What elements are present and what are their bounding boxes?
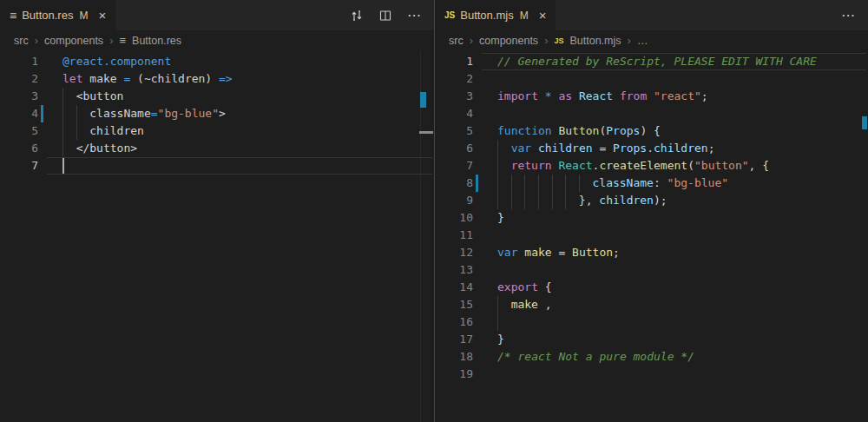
indent-guide [565,175,579,192]
close-icon[interactable]: × [98,9,106,22]
line-number[interactable]: 18 [435,348,473,366]
code-line[interactable]: 7return React.createElement("button", { [435,157,868,175]
file-list-icon: ≡ [119,34,126,47]
code-lines: 1@react.component2let make = (~children)… [0,53,434,175]
close-icon[interactable]: × [539,9,547,22]
code-lines: 1// Generated by ReScript, PLEASE EDIT W… [435,53,868,383]
code-line[interactable]: 2let make = (~children) => [0,70,434,88]
code-line[interactable]: 13 [435,261,868,279]
code-line[interactable]: 19 [435,366,868,383]
line-number[interactable]: 16 [435,313,473,331]
code-line[interactable]: 9}, children); [435,192,868,209]
indent-guide [497,175,511,192]
code-line[interactable]: 6</button> [0,140,434,157]
line-number[interactable]: 8 [435,175,473,192]
line-number[interactable]: 11 [435,227,473,244]
code-line[interactable]: 3import * as React from "react"; [435,88,868,105]
breadcrumb: src › components › JS Button.mjs › … [435,30,868,50]
indent-guide [511,175,525,192]
code-line[interactable]: 3<button [0,88,434,105]
line-number[interactable]: 3 [435,88,473,105]
more-actions-icon[interactable]: ⋯ [841,9,855,23]
line-number[interactable]: 1 [435,53,473,70]
code-line[interactable]: 12var make = Button; [435,244,868,261]
code-line[interactable]: 14export { [435,279,868,296]
editor-actions: ⋯ [828,0,868,30]
overview-cursor-marker [419,131,433,134]
more-actions-icon[interactable]: ⋯ [407,9,421,23]
code-editor-javascript[interactable]: 1// Generated by ReScript, PLEASE EDIT W… [435,50,868,422]
indent-guide [62,140,76,157]
code-line[interactable]: 2 [435,70,868,88]
line-number[interactable]: 5 [435,122,473,140]
file-list-icon: ≡ [10,10,16,22]
line-number[interactable]: 4 [0,105,38,122]
line-number[interactable]: 17 [435,331,473,348]
indent-guide [511,192,525,209]
tab-button-res[interactable]: ≡ Button.res M × [0,0,115,30]
code-line[interactable]: 11 [435,227,868,244]
line-number[interactable]: 10 [435,209,473,227]
code-line[interactable]: 10} [435,209,868,227]
line-number[interactable]: 15 [435,296,473,313]
indent-guide [524,192,538,209]
code-line[interactable]: 5children [0,122,434,140]
code-line[interactable]: 16 [435,313,868,331]
code-line[interactable]: 8className: "bg-blue" [435,175,868,192]
breadcrumb-item-src[interactable]: src [449,35,464,47]
breadcrumb-item-components[interactable]: components [44,35,103,47]
code-editor-rescript[interactable]: 1@react.component2let make = (~children)… [0,50,434,422]
indent-guide [497,296,511,313]
code-line[interactable]: 18/* react Not a pure module */ [435,348,868,366]
tab-button-mjs[interactable]: JS Button.mjs M × [435,0,556,30]
javascript-file-icon: JS [554,36,563,45]
line-number[interactable]: 6 [0,140,38,157]
line-number[interactable]: 19 [435,366,473,383]
code-line[interactable]: 1@react.component [0,53,434,70]
line-number[interactable]: 3 [0,88,38,105]
breadcrumb-item-file[interactable]: Button.mjs [569,35,621,47]
line-number[interactable]: 4 [435,105,473,122]
git-modified-badge: M [520,10,529,22]
code-line[interactable]: 15make , [435,296,868,313]
editor-actions: ⋯ [337,0,434,30]
text-cursor [62,158,64,174]
code-line[interactable]: 4className="bg-blue"> [0,105,434,122]
indent-guide [62,122,76,140]
code-line[interactable]: 7 [0,157,434,175]
breadcrumb-item-src[interactable]: src [14,35,29,47]
breadcrumb-item-components[interactable]: components [479,35,538,47]
line-number[interactable]: 2 [0,70,38,88]
code-line[interactable]: 4 [435,105,868,122]
line-number[interactable]: 7 [0,157,38,175]
line-number[interactable]: 6 [435,140,473,157]
breadcrumb-item-file[interactable]: Button.res [132,35,181,47]
chevron-right-icon: › [109,34,113,47]
line-number[interactable]: 2 [435,70,473,88]
git-modified-gutter-marker [476,175,478,192]
javascript-file-icon: JS [444,10,455,20]
line-number[interactable]: 1 [0,53,38,70]
tab-label: Button.mjs [460,9,513,22]
tab-bar-right: JS Button.mjs M × ⋯ [435,0,868,30]
indent-guide [538,192,552,209]
indent-guide [497,313,511,331]
breadcrumb: src › components › ≡ Button.res [0,30,434,50]
open-changes-icon[interactable] [350,9,364,23]
split-editor-icon[interactable] [378,9,392,23]
line-number[interactable]: 12 [435,244,473,261]
line-number[interactable]: 13 [435,261,473,279]
code-line[interactable]: 6var children = Props.children; [435,140,868,157]
vscode-split-editor: ≡ Button.res M × [0,0,868,422]
code-line[interactable]: 17} [435,331,868,348]
overview-modified-marker [420,92,426,108]
chevron-right-icon: › [628,34,631,47]
line-number[interactable]: 14 [435,279,473,296]
code-line[interactable]: 5function Button(Props) { [435,122,868,140]
line-number[interactable]: 7 [435,157,473,175]
breadcrumb-item-symbol[interactable]: … [637,35,648,47]
code-line[interactable]: 1// Generated by ReScript, PLEASE EDIT W… [435,53,868,70]
line-number[interactable]: 5 [0,122,38,140]
line-number[interactable]: 9 [435,192,473,209]
indent-guide [552,192,566,209]
